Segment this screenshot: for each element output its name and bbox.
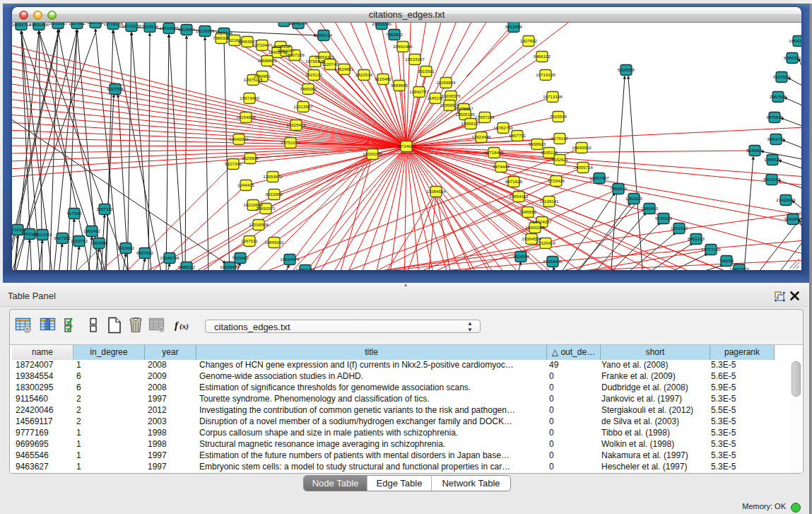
svg-text:12325419: 12325419 xyxy=(536,240,555,245)
svg-text:1327602: 1327602 xyxy=(69,23,86,25)
svg-text:15136141: 15136141 xyxy=(539,199,559,204)
svg-text:8451213: 8451213 xyxy=(688,236,705,241)
svg-text:7625402: 7625402 xyxy=(232,255,249,260)
svg-text:12213303: 12213303 xyxy=(33,232,52,237)
svg-text:16543382: 16543382 xyxy=(789,38,801,43)
svg-text:6466102: 6466102 xyxy=(534,54,551,59)
svg-text:5938923: 5938923 xyxy=(529,141,546,146)
svg-text:1010753: 1010753 xyxy=(71,238,88,243)
svg-text:16497503: 16497503 xyxy=(729,267,749,270)
svg-text:917006: 917006 xyxy=(67,211,82,216)
svg-text:13325419: 13325419 xyxy=(286,122,306,127)
svg-text:9146821: 9146821 xyxy=(746,148,764,153)
svg-text:23420046: 23420046 xyxy=(776,197,796,202)
svg-text:20691406: 20691406 xyxy=(29,23,49,27)
svg-text:12942757: 12942757 xyxy=(409,89,429,94)
svg-text:3875645: 3875645 xyxy=(766,115,784,119)
svg-text:1167531: 1167531 xyxy=(241,238,258,243)
svg-text:1990443: 1990443 xyxy=(641,206,659,211)
svg-text:9734023: 9734023 xyxy=(655,216,673,221)
svg-text:15751074: 15751074 xyxy=(281,140,300,145)
svg-text:1916682: 1916682 xyxy=(117,245,135,250)
svg-text:10688609: 10688609 xyxy=(257,58,277,63)
svg-text:9699695: 9699695 xyxy=(391,83,408,88)
svg-text:7357214: 7357214 xyxy=(216,30,233,35)
svg-text:19777109: 19777109 xyxy=(701,247,721,252)
svg-text:9242848: 9242848 xyxy=(784,216,801,221)
svg-text:5226058: 5226058 xyxy=(618,67,635,72)
svg-text:12213967: 12213967 xyxy=(293,104,313,109)
svg-text:17016504: 17016504 xyxy=(249,222,269,227)
svg-text:20053346: 20053346 xyxy=(372,23,392,26)
svg-text:9474444: 9474444 xyxy=(493,164,510,169)
svg-text:18300295: 18300295 xyxy=(525,225,545,230)
svg-text:1362615: 1362615 xyxy=(625,196,643,201)
svg-text:1120746: 1120746 xyxy=(322,62,339,66)
svg-text:9227342: 9227342 xyxy=(225,161,242,166)
svg-text:18300295: 18300295 xyxy=(363,151,382,156)
svg-text:19384554: 19384554 xyxy=(426,189,446,194)
svg-text:9457791: 9457791 xyxy=(509,133,526,138)
svg-text:16713158: 16713158 xyxy=(122,23,141,28)
svg-text:12923446: 12923446 xyxy=(471,134,491,139)
svg-text:1388520: 1388520 xyxy=(764,157,782,162)
svg-text:8813054: 8813054 xyxy=(178,27,196,32)
svg-text:20691406: 20691406 xyxy=(393,44,413,49)
svg-text:10973493: 10973493 xyxy=(240,95,259,100)
svg-text:12975115: 12975115 xyxy=(243,77,263,82)
svg-text:15718485: 15718485 xyxy=(484,150,504,155)
svg-text:3915501: 3915501 xyxy=(418,69,435,74)
svg-text:f: f xyxy=(175,320,180,331)
svg-text:10961758: 10961758 xyxy=(295,267,315,270)
svg-text:10719128: 10719128 xyxy=(103,23,123,26)
svg-text:20364436: 20364436 xyxy=(543,259,563,264)
svg-text:7632621: 7632621 xyxy=(551,157,569,162)
svg-text:15958107: 15958107 xyxy=(461,121,481,126)
svg-text:3824554: 3824554 xyxy=(512,254,530,259)
svg-text:20206576: 20206576 xyxy=(441,93,461,98)
svg-text:2522514: 2522514 xyxy=(355,72,373,77)
svg-text:9529906: 9529906 xyxy=(242,156,259,160)
svg-text:14055714: 14055714 xyxy=(573,165,593,170)
svg-text:1327602: 1327602 xyxy=(520,38,538,43)
svg-text:8322037: 8322037 xyxy=(763,177,781,182)
svg-text:1321022: 1321022 xyxy=(671,226,688,230)
svg-text:10719128: 10719128 xyxy=(536,72,555,77)
svg-text:8498222: 8498222 xyxy=(178,264,196,269)
svg-text:10218506: 10218506 xyxy=(195,28,215,33)
svg-text:9115460: 9115460 xyxy=(375,76,392,81)
svg-text:8471626: 8471626 xyxy=(505,179,523,184)
svg-text:9245652: 9245652 xyxy=(519,209,537,214)
svg-text:10533267: 10533267 xyxy=(405,57,425,62)
svg-text:8454749: 8454749 xyxy=(767,136,785,141)
svg-text:16845001: 16845001 xyxy=(264,240,284,245)
svg-text:6466102: 6466102 xyxy=(87,23,105,25)
svg-text:14055714: 14055714 xyxy=(12,23,31,27)
svg-text:2935114: 2935114 xyxy=(541,150,558,155)
svg-text:16033809: 16033809 xyxy=(159,25,179,30)
svg-text:15692971: 15692971 xyxy=(256,206,276,211)
svg-text:7485063: 7485063 xyxy=(300,86,317,91)
svg-text:1244415: 1244415 xyxy=(237,182,255,187)
svg-text:1615132: 1615132 xyxy=(305,72,323,77)
svg-text:7955812: 7955812 xyxy=(610,186,628,191)
svg-text:16640910: 16640910 xyxy=(572,145,592,150)
svg-text:12505135: 12505135 xyxy=(455,112,475,117)
svg-text:16914479: 16914479 xyxy=(280,257,300,262)
svg-text:18907209: 18907209 xyxy=(285,52,305,57)
svg-text:8657832: 8657832 xyxy=(136,250,154,255)
svg-text:19654323: 19654323 xyxy=(314,54,334,59)
svg-text:9084067: 9084067 xyxy=(278,48,295,53)
svg-text:7663822: 7663822 xyxy=(386,32,404,37)
svg-text:7515534: 7515534 xyxy=(550,114,567,119)
svg-text:9427552: 9427552 xyxy=(54,235,71,240)
svg-text:6179197: 6179197 xyxy=(551,136,569,141)
svg-text:1733426: 1733426 xyxy=(548,178,565,183)
svg-text:8912954: 8912954 xyxy=(505,24,523,29)
svg-text:1453590: 1453590 xyxy=(90,240,108,245)
svg-text:18724007: 18724007 xyxy=(532,219,552,224)
svg-text:15046798: 15046798 xyxy=(160,255,180,260)
svg-text:8186323: 8186323 xyxy=(784,55,801,60)
svg-text:21156809: 21156809 xyxy=(436,80,456,85)
svg-text:10975867: 10975867 xyxy=(454,106,473,111)
